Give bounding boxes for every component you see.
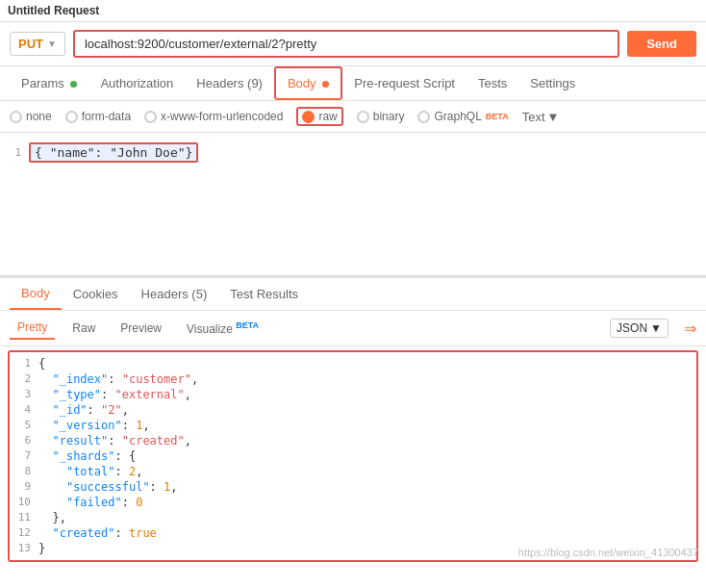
radio-raw-icon <box>302 111 315 123</box>
resp-linenum-3: 3 <box>10 388 38 400</box>
request-editor: 1 { "name": "John Doe"} <box>0 133 706 277</box>
wrap-icon[interactable]: ⇒ <box>684 320 696 338</box>
tab-body[interactable]: Body <box>274 66 342 100</box>
method-chevron-icon: ▼ <box>47 38 57 49</box>
resp-linenum-8: 8 <box>10 465 38 477</box>
resp-tab-headers[interactable]: Headers (5) <box>130 279 219 309</box>
editor-area: 1 { "name": "John Doe"} <box>0 133 706 172</box>
line-number-1: 1 <box>0 146 29 159</box>
radio-graphql-icon <box>417 111 430 123</box>
resp-linenum-11: 11 <box>10 511 38 524</box>
url-bar: PUT ▼ Send <box>0 22 706 66</box>
body-type-raw[interactable]: raw <box>296 107 342 126</box>
tab-headers[interactable]: Headers (9) <box>185 68 274 98</box>
resp-line-11: 11 }, <box>10 510 696 525</box>
resp-line-3: 3 "_type": "external", <box>10 387 696 402</box>
body-type-urlencoded[interactable]: x-www-form-urlencoded <box>144 110 283 123</box>
resp-view-raw[interactable]: Raw <box>64 318 103 339</box>
resp-line-8: 8 "total": 2, <box>10 464 696 479</box>
tab-params[interactable]: Params <box>10 68 88 98</box>
radio-none-icon <box>10 111 22 123</box>
resp-line-4: 4 "_id": "2", <box>10 402 696 418</box>
resp-line-7: 7 "_shards": { <box>10 448 696 464</box>
method-select[interactable]: PUT ▼ <box>10 32 65 56</box>
tab-prerequest[interactable]: Pre-request Script <box>342 68 466 98</box>
resp-linenum-13: 13 <box>10 542 38 554</box>
radio-binary-icon <box>357 111 369 123</box>
editor-line-1: 1 { "name": "John Doe"} <box>0 141 706 165</box>
response-body: 1 { 2 "_index": "customer", 3 "_type": "… <box>8 350 698 562</box>
resp-tab-testresults[interactable]: Test Results <box>218 279 310 309</box>
json-format-chevron-icon: ▼ <box>650 321 662 335</box>
text-dropdown-chevron-icon: ▼ <box>547 110 560 124</box>
response-tabs-row: Body Cookies Headers (5) Test Results <box>0 278 706 311</box>
resp-line-5: 5 "_version": 1, <box>10 418 696 433</box>
resp-tab-cookies[interactable]: Cookies <box>62 279 130 309</box>
resp-linenum-7: 7 <box>10 449 38 462</box>
body-type-formdata[interactable]: form-data <box>65 110 131 123</box>
url-input[interactable] <box>73 30 619 58</box>
json-format-select[interactable]: JSON ▼ <box>610 319 668 338</box>
resp-linenum-1: 1 <box>10 357 38 370</box>
resp-linenum-12: 12 <box>10 526 38 539</box>
tab-tests[interactable]: Tests <box>466 68 518 98</box>
resp-line-1: 1 { <box>10 356 696 371</box>
request-tabs-row: Params Authorization Headers (9) Body Pr… <box>0 66 706 101</box>
request-body-content[interactable]: { "name": "John Doe"} <box>29 142 198 163</box>
resp-tab-body[interactable]: Body <box>10 278 62 310</box>
visualize-beta-badge: BETA <box>236 320 259 330</box>
response-section: Body Cookies Headers (5) Test Results Pr… <box>0 277 706 562</box>
radio-urlencoded-icon <box>144 111 157 123</box>
resp-line-2: 2 "_index": "customer", <box>10 371 696 387</box>
resp-line-9: 9 "successful": 1, <box>10 479 696 495</box>
body-type-none[interactable]: none <box>10 110 52 123</box>
tab-settings[interactable]: Settings <box>518 68 587 98</box>
text-format-dropdown[interactable]: Text ▼ <box>522 110 560 124</box>
resp-line-10: 10 "failed": 0 <box>10 495 696 510</box>
resp-view-preview[interactable]: Preview <box>113 318 169 339</box>
resp-line-12: 12 "created": true <box>10 525 696 541</box>
watermark: https://blog.csdn.net/weixin_41300437 <box>518 547 698 558</box>
title-bar: Untitled Request <box>0 0 706 22</box>
body-type-row: none form-data x-www-form-urlencoded raw… <box>0 101 706 133</box>
resp-linenum-5: 5 <box>10 419 38 431</box>
resp-linenum-9: 9 <box>10 480 38 493</box>
body-dot <box>322 81 329 88</box>
radio-formdata-icon <box>65 111 78 123</box>
resp-linenum-4: 4 <box>10 403 38 416</box>
body-type-binary[interactable]: binary <box>357 110 405 123</box>
params-dot <box>70 81 77 88</box>
resp-linenum-6: 6 <box>10 434 38 447</box>
resp-linenum-2: 2 <box>10 372 38 385</box>
resp-linenum-10: 10 <box>10 496 38 508</box>
response-toolbar: Pretty Raw Preview Visualize BETA JSON ▼… <box>0 311 706 346</box>
resp-line-6: 6 "result": "created", <box>10 433 696 448</box>
method-label: PUT <box>18 37 43 51</box>
graphql-beta-badge: BETA <box>486 112 509 121</box>
page-title: Untitled Request <box>8 4 99 17</box>
resp-view-visualize[interactable]: Visualize BETA <box>179 317 266 340</box>
tab-authorization[interactable]: Authorization <box>88 68 185 98</box>
send-button[interactable]: Send <box>627 31 696 57</box>
body-type-graphql[interactable]: GraphQL BETA <box>417 110 508 123</box>
resp-view-pretty[interactable]: Pretty <box>10 317 55 340</box>
